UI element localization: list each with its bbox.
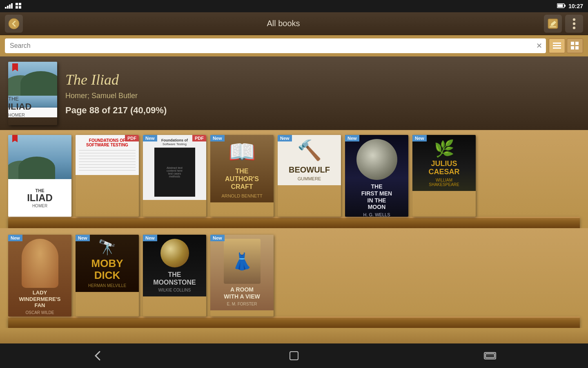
beowulf-title: BEOWULF	[289, 165, 330, 175]
svg-rect-23	[575, 46, 579, 49]
svg-rect-4	[16, 3, 18, 5]
moonstone-title: THEMOONSTONE	[153, 271, 196, 286]
book-testing[interactable]: Foundations of Software Testing Abstract…	[143, 135, 206, 217]
nav-bar	[0, 343, 588, 368]
wifi-icon	[5, 3, 13, 10]
book-iliad-cover: THE ILIAD HOMER	[8, 135, 71, 217]
craft-title: THEAUTHOR'SCRAFT	[225, 167, 259, 191]
pdf-badge-2: PDF	[192, 135, 206, 141]
book-beowulf[interactable]: 🔨 BEOWULF GUMMERE New	[278, 135, 341, 217]
featured-cover-subtitle: THE	[8, 96, 57, 102]
grid-icon	[16, 3, 22, 10]
svg-rect-3	[11, 3, 13, 9]
book-beowulf-cover: 🔨 BEOWULF GUMMERE New	[278, 135, 341, 217]
craft-author: ARNOLD BENNETT	[221, 193, 262, 198]
moon-icon	[356, 139, 397, 180]
svg-rect-21	[575, 42, 579, 45]
lady-author: OSCAR WILDE	[25, 310, 54, 315]
book-room-cover: 👗 A ROOMWITH A VIEW E. M. FORSTER New	[210, 235, 274, 316]
page-title: All books	[23, 19, 544, 28]
featured-cover-title: ILIAD	[8, 102, 57, 112]
featured-title: The Iliad	[65, 71, 580, 88]
svg-point-14	[573, 18, 575, 20]
menu-button[interactable]	[565, 15, 583, 33]
book-moonstone[interactable]: THEMOONSTONE WILKIE COLLINS New	[143, 235, 206, 316]
svg-rect-22	[571, 46, 574, 49]
back-button[interactable]	[5, 15, 23, 33]
svg-rect-18	[553, 45, 561, 46]
svg-rect-2	[9, 4, 11, 9]
new-badge-julius: New	[412, 135, 427, 141]
new-badge-moby: New	[76, 235, 90, 241]
book-room-view[interactable]: 👗 A ROOMWITH A VIEW E. M. FORSTER New	[210, 235, 274, 316]
featured-author: Homer; Samuel Butler	[65, 92, 580, 100]
edit-button[interactable]	[544, 15, 562, 33]
pdf-badge: PDF	[125, 135, 139, 141]
search-clear-icon[interactable]: ✕	[536, 41, 542, 50]
first-men-author: H. G. WELLS	[363, 212, 390, 217]
moonstone-author: WILKIE COLLINS	[158, 288, 191, 292]
book-moby-dick[interactable]: 🔭 MOBYDICK HERMAN MELVILLE New	[76, 235, 139, 316]
new-badge-lady: New	[8, 235, 22, 241]
julius-author: WILLIAMSHAKESPEARE	[429, 178, 459, 187]
featured-info: The Iliad Homer; Samuel Butler Page 88 o…	[65, 71, 580, 116]
book-lady-cover: LADYWINDERMERE'SFAN OSCAR WILDE New	[8, 235, 71, 316]
svg-rect-5	[19, 3, 21, 5]
svg-rect-20	[571, 42, 574, 45]
book-first-men-cover: THEFIRST MENIN THEMOON H. G. WELLS New	[345, 135, 408, 217]
book-moonstone-cover: THEMOONSTONE WILKIE COLLINS New	[143, 235, 206, 316]
book-julius-caesar[interactable]: 🌿 JULIUSCAESAR WILLIAMSHAKESPEARE New	[412, 135, 476, 217]
search-input[interactable]	[5, 38, 546, 53]
book-first-men[interactable]: THEFIRST MENIN THEMOON H. G. WELLS New	[345, 135, 408, 217]
shelf-plank-1	[8, 217, 580, 228]
svg-point-11	[9, 18, 19, 29]
new-badge-first-men: New	[345, 135, 359, 141]
lady-title: LADYWINDERMERE'SFAN	[19, 289, 60, 309]
book-moby-cover: 🔭 MOBYDICK HERMAN MELVILLE New	[76, 235, 139, 316]
featured-book-cover[interactable]: THE ILIAD HOMER	[8, 62, 57, 125]
svg-rect-0	[5, 7, 7, 9]
book-testing-cover: Foundations of Software Testing Abstract…	[143, 135, 206, 217]
nav-recent-button[interactable]	[483, 352, 497, 360]
hammer-icon: 🔨	[297, 139, 322, 162]
svg-rect-1	[7, 6, 9, 9]
list-view-button[interactable]	[549, 38, 565, 53]
book-iliad[interactable]: THE ILIAD HOMER	[8, 135, 71, 217]
woman-figure	[22, 239, 58, 288]
svg-rect-9	[564, 4, 566, 7]
book-lady-windermere[interactable]: LADYWINDERMERE'SFAN OSCAR WILDE New	[8, 235, 71, 316]
lower-area	[0, 328, 588, 343]
nav-home-button[interactable]	[287, 349, 301, 362]
grid-view-button[interactable]	[567, 38, 583, 53]
laurel-icon: 🌿	[434, 139, 454, 158]
shelf-row-2: LADYWINDERMERE'SFAN OSCAR WILDE New 🔭 MO…	[0, 228, 588, 328]
room-author: E. M. FORSTER	[227, 302, 257, 306]
svg-point-16	[573, 27, 575, 29]
shelf-row-1: THE ILIAD HOMER FOUNDATIONS OF SOFTWARE …	[0, 130, 588, 228]
svg-rect-6	[16, 6, 18, 9]
status-bar: 10:27	[0, 0, 588, 12]
svg-rect-24	[290, 352, 298, 360]
gem-icon	[160, 239, 189, 267]
book-foundations[interactable]: FOUNDATIONS OF SOFTWARE TESTING PDF	[76, 135, 139, 217]
main-content: THE ILIAD HOMER The Iliad Homer; Samuel …	[0, 56, 588, 343]
featured-progress: Page 88 of 217 (40,09%)	[65, 105, 580, 116]
status-icons-right: 10:27	[557, 3, 583, 9]
moby-author: HERMAN MELVILLE	[88, 283, 126, 288]
new-badge-moonstone: New	[143, 235, 157, 241]
svg-point-15	[573, 22, 575, 25]
new-badge: New	[143, 135, 157, 141]
clock: 10:27	[568, 3, 583, 9]
book-authors-craft[interactable]: 📖 THEAUTHOR'SCRAFT ARNOLD BENNETT New	[210, 135, 274, 217]
featured-cover-author: HOMER	[8, 112, 57, 117]
featured-banner[interactable]: THE ILIAD HOMER The Iliad Homer; Samuel …	[0, 56, 588, 130]
top-bar-right	[544, 15, 583, 33]
julius-title: JULIUSCAESAR	[428, 160, 459, 176]
status-icons-left	[5, 3, 22, 10]
nav-back-button[interactable]	[91, 349, 105, 362]
new-badge-beowulf: New	[278, 135, 292, 141]
svg-rect-10	[558, 4, 563, 7]
svg-rect-26	[486, 354, 494, 358]
featured-cover-text: THE ILIAD HOMER	[8, 96, 57, 117]
room-title: A ROOMWITH A VIEW	[224, 286, 260, 300]
